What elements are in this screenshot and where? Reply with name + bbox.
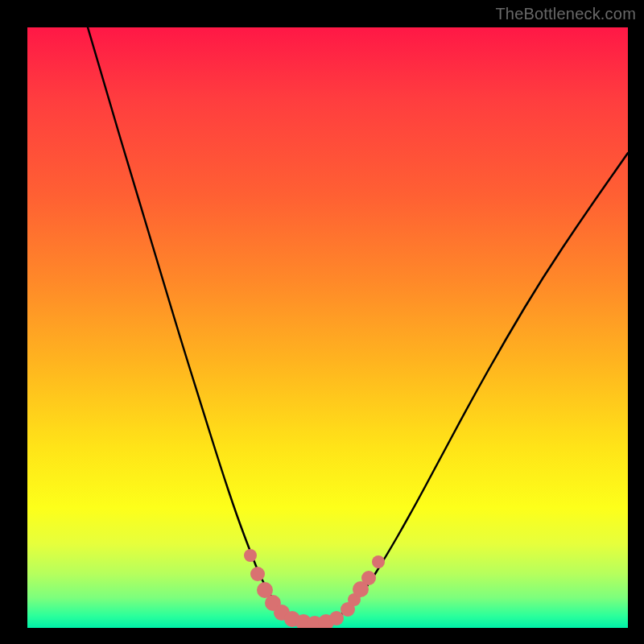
marker-point [244,549,257,562]
plot-area [27,27,628,628]
marker-point [250,567,265,581]
marker-point [329,611,344,625]
chart-container: TheBottleneck.com [0,0,644,644]
marker-point [361,571,376,585]
bottleneck-curve [88,27,628,623]
watermark-label: TheBottleneck.com [495,5,636,23]
curve-svg [27,27,628,628]
marker-point [372,555,385,568]
markers-group [244,549,385,628]
